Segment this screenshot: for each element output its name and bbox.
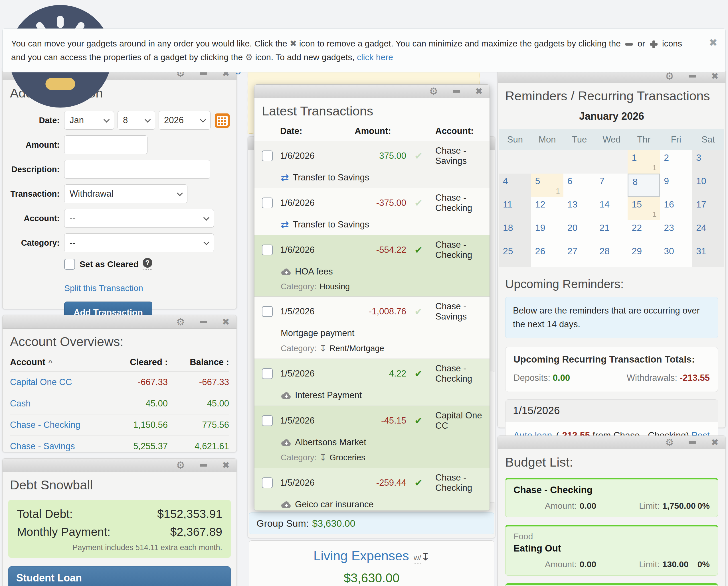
calendar-day-cell[interactable]: 21: [596, 220, 628, 244]
transaction-checkbox[interactable]: [262, 197, 273, 208]
calendar-day-cell[interactable]: [499, 150, 531, 174]
calendar-day-cell[interactable]: 27: [563, 244, 596, 267]
help-icon[interactable]: ?: [143, 258, 152, 268]
calendar-day-cell[interactable]: 9: [660, 174, 692, 197]
calendar-day-cell[interactable]: 28: [596, 244, 628, 267]
calendar-day-cell[interactable]: 2: [660, 150, 692, 174]
calendar-day-cell[interactable]: 31: [692, 244, 724, 267]
account-link[interactable]: Chase - Checking: [10, 420, 106, 430]
account-select[interactable]: --: [64, 209, 214, 228]
calendar-day-cell[interactable]: 11: [499, 197, 531, 220]
transaction-description: Transfer to Savings: [293, 219, 370, 230]
gadget-minimize-icon[interactable]: [453, 90, 460, 92]
transaction-type-select[interactable]: Withdrawal: [64, 184, 187, 203]
gadget-settings-icon[interactable]: ⚙: [665, 437, 674, 447]
month-select[interactable]: Jan: [64, 111, 114, 130]
calendar-day-cell[interactable]: 8: [628, 174, 660, 197]
gadget-settings-icon[interactable]: ⚙: [176, 317, 185, 327]
account-link[interactable]: Chase - Savings: [10, 441, 106, 451]
transaction-description: Interest Payment: [295, 390, 362, 400]
budget-item-card[interactable]: Food Groceries Amount:0.00 Limit:275.00 …: [505, 583, 718, 586]
calendar-day-cell[interactable]: 4: [499, 174, 531, 197]
calendar-day-cell[interactable]: 22: [628, 220, 660, 244]
calendar-day-cell[interactable]: [596, 150, 628, 174]
calendar-day-cell[interactable]: 19: [531, 220, 563, 244]
gadget-minimize-icon[interactable]: [688, 441, 696, 444]
calendar-day-cell[interactable]: 3: [692, 150, 724, 174]
calendar-day-cell[interactable]: 18: [499, 220, 531, 244]
transaction-checkbox[interactable]: [262, 306, 273, 317]
day-number: 28: [600, 246, 610, 257]
calendar-day-cell[interactable]: 17: [692, 197, 724, 220]
datepicker-calendar-icon[interactable]: [215, 113, 230, 128]
date-column-header: Date:: [280, 126, 337, 136]
group-sum-panel: Group Sum: $3,630.00: [249, 512, 494, 534]
gadget-close-icon[interactable]: ✖: [222, 317, 230, 326]
calendar-day-cell[interactable]: 7: [596, 174, 628, 197]
gadget-settings-icon[interactable]: ⚙: [665, 71, 674, 81]
gadget-titlebar: ⚙ ✖: [498, 436, 725, 449]
calendar-day-cell[interactable]: 13: [563, 197, 596, 220]
calendar-day-cell[interactable]: 30: [660, 244, 692, 267]
banner-close-icon[interactable]: ✖: [709, 34, 718, 51]
transaction-row: 1/5/2026 -45.15 Capital One CC Albertson…: [254, 406, 489, 468]
transaction-checkbox[interactable]: [262, 415, 273, 426]
calendar-day-cell[interactable]: 20: [563, 220, 596, 244]
day-number: 29: [632, 246, 642, 257]
transaction-description: Transfer to Savings: [293, 172, 370, 183]
gadget-minimize-icon[interactable]: [200, 464, 207, 467]
budget-item-card[interactable]: Chase - Checking Amount:0.00 Limit:1,750…: [505, 478, 718, 517]
year-select[interactable]: 2026: [159, 111, 210, 130]
gadget-minimize-icon[interactable]: [200, 321, 207, 323]
gadget-close-icon[interactable]: ✖: [222, 460, 230, 470]
group-sum-value: $3,630.00: [312, 518, 355, 529]
gadget-settings-icon[interactable]: ⚙: [176, 460, 185, 470]
calendar-day-cell[interactable]: 10: [692, 174, 724, 197]
chevron-down-icon: [145, 116, 151, 122]
day-header: Thr: [628, 129, 660, 150]
day-select[interactable]: 8: [118, 111, 155, 130]
set-as-cleared-checkbox[interactable]: [64, 259, 75, 270]
account-link[interactable]: Capital One CC: [10, 377, 106, 387]
amount-field[interactable]: [64, 135, 148, 154]
transaction-amount: 4.22: [337, 369, 408, 379]
cleared-row: Set as Cleared ?: [64, 258, 230, 270]
cleared-amount: 1,150.56: [106, 420, 168, 430]
account-column-header[interactable]: Account^: [10, 357, 106, 367]
calendar-day-cell[interactable]: 5 1: [531, 174, 563, 197]
gadget-close-icon[interactable]: ✖: [711, 438, 719, 447]
transaction-amount: 375.00: [337, 151, 408, 161]
gadget-close-icon[interactable]: ✖: [711, 72, 719, 81]
calendar-day-cell[interactable]: 24: [692, 220, 724, 244]
account-link[interactable]: Cash: [10, 398, 106, 409]
calendar-day-cell[interactable]: 15 1: [628, 197, 660, 220]
transaction-checkbox[interactable]: [262, 244, 273, 256]
click-here-link[interactable]: click here: [357, 52, 393, 62]
accounts-table-header: Account^ Cleared : Balance :: [10, 353, 229, 371]
gadget-close-icon[interactable]: ✖: [475, 87, 483, 96]
living-expenses-link[interactable]: Living Expenses: [313, 549, 409, 563]
calendar-day-cell[interactable]: 12: [531, 197, 563, 220]
transaction-checkbox[interactable]: [262, 151, 273, 161]
transaction-checkbox[interactable]: [262, 368, 273, 379]
calendar-day-cell[interactable]: 16: [660, 197, 692, 220]
category-select[interactable]: --: [64, 234, 214, 252]
balance-column-header[interactable]: Balance :: [168, 357, 229, 367]
gadget-title: Budget List:: [498, 449, 725, 473]
calendar-day-cell[interactable]: 26: [531, 244, 563, 267]
transaction-checkbox[interactable]: [262, 477, 273, 488]
calendar-day-cell[interactable]: 25: [499, 244, 531, 267]
budget-item-card[interactable]: Food Eating Out Amount:0.00 Limit:130.00…: [505, 525, 718, 576]
gadget-minimize-icon[interactable]: [688, 75, 696, 78]
calendar-day-cell[interactable]: [563, 150, 596, 174]
gadget-settings-icon[interactable]: ⚙: [429, 86, 438, 96]
split-transaction-link[interactable]: Split this Transaction: [64, 283, 143, 293]
calendar-day-cell[interactable]: 1 1: [628, 150, 660, 174]
description-field[interactable]: [64, 160, 210, 179]
calendar-day-cell[interactable]: 23: [660, 220, 692, 244]
calendar-day-cell[interactable]: 14: [596, 197, 628, 220]
cleared-column-header[interactable]: Cleared :: [106, 357, 168, 367]
calendar-day-cell[interactable]: 29: [628, 244, 660, 267]
calendar-day-cell[interactable]: [531, 150, 563, 174]
calendar-day-cell[interactable]: 6: [563, 174, 596, 197]
